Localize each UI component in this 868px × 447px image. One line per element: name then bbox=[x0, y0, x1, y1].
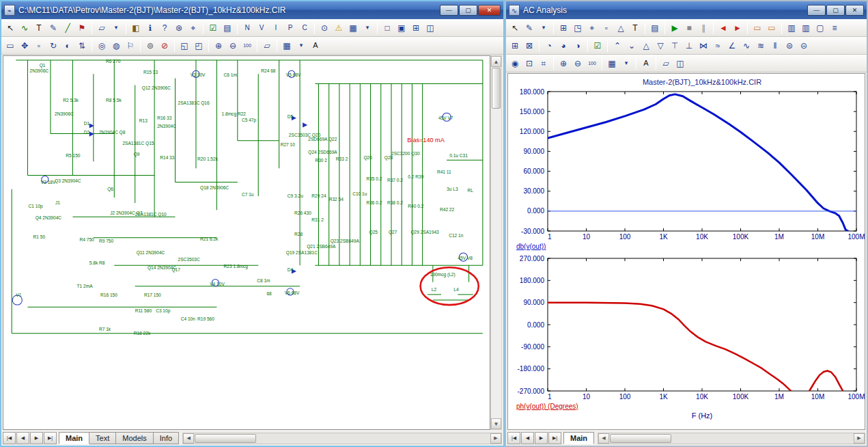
help-mode-icon[interactable]: ? bbox=[158, 21, 171, 35]
scroll-up-icon[interactable]: ▲ bbox=[491, 56, 501, 67]
horizontal-scroll-thumb[interactable] bbox=[610, 434, 671, 443]
scroll-left-icon[interactable]: ◀ bbox=[598, 433, 609, 444]
info-button-icon[interactable]: ⊚ bbox=[143, 39, 157, 53]
bring-front-button-icon[interactable]: ◱ bbox=[178, 39, 191, 53]
currents-toggle-icon[interactable]: I bbox=[269, 21, 283, 35]
mirror-tool-icon[interactable]: ◐ bbox=[61, 39, 74, 53]
ac-analysis-titlebar[interactable]: ∿ AC Analysis — ▢ ✕ bbox=[506, 1, 867, 19]
cursor-mode-icon[interactable]: ⌖ bbox=[585, 21, 599, 35]
border-toggle-icon[interactable]: ⊞ bbox=[409, 21, 423, 35]
copy-view-button-icon[interactable]: ▱ bbox=[260, 39, 274, 53]
tokens-toggle-icon[interactable]: ▭ bbox=[765, 21, 779, 35]
close-button[interactable]: ✕ bbox=[478, 5, 501, 16]
component-dropdown-icon[interactable]: ▾ bbox=[109, 21, 123, 35]
zoom-fit-button-icon[interactable]: ◔ bbox=[542, 39, 556, 53]
top-measure-button-icon[interactable]: ⊤ bbox=[668, 39, 682, 53]
properties-2-button-icon[interactable]: ⊞ bbox=[508, 39, 522, 53]
zoom-out-button-icon[interactable]: ⊖ bbox=[226, 39, 240, 53]
watch-button-icon[interactable]: ◉ bbox=[508, 57, 522, 70]
global-y-button-icon[interactable]: ≈ bbox=[711, 39, 725, 53]
schematic-titlebar[interactable]: ⌁ C:\MC11\DATA\Petrov\Master-2(BJT)\Mast… bbox=[1, 1, 503, 19]
scroll-left-icon[interactable]: ◀ bbox=[183, 433, 194, 444]
copy-page-button-icon[interactable]: ◫ bbox=[673, 57, 687, 70]
pin-connections-toggle-icon[interactable]: ⊙ bbox=[318, 21, 331, 35]
schematic-horizontal-scrollbar[interactable]: ◀ ▶ bbox=[182, 433, 502, 444]
phase-plot[interactable]: 270.000180.00090.0000.000-90.000-180.000… bbox=[509, 253, 865, 421]
minimize-button[interactable]: — bbox=[807, 5, 826, 16]
properties-button-icon[interactable]: ▤ bbox=[648, 21, 662, 35]
same-y-scale-button-icon[interactable]: ⊜ bbox=[783, 39, 796, 53]
scroll-right-icon[interactable]: ▶ bbox=[490, 433, 501, 444]
font-button-icon[interactable]: A bbox=[309, 39, 322, 53]
bottom-measure-button-icon[interactable]: ⊥ bbox=[682, 39, 696, 53]
plus-mark-toggle-icon[interactable]: ▥ bbox=[799, 21, 813, 35]
zoom-in-button-icon[interactable]: ⊕ bbox=[557, 57, 570, 70]
node-voltages-toggle-icon[interactable]: V bbox=[255, 21, 268, 35]
scroll-right-icon[interactable]: ▶ bbox=[854, 433, 865, 444]
find-tool-icon[interactable]: ◎ bbox=[95, 39, 109, 53]
low-point-button-icon[interactable]: ▽ bbox=[654, 39, 667, 53]
gain-plot[interactable]: Master-2(BJT)_10kHz&100kHz.CIR180.000150… bbox=[509, 75, 865, 250]
page-tab-main[interactable]: Main bbox=[59, 432, 89, 444]
region-select-mode-icon[interactable]: ⌖ bbox=[186, 21, 200, 35]
schematic-vertical-scrollbar[interactable]: ▲ ▼ bbox=[490, 55, 502, 430]
list-button-icon[interactable]: ≡ bbox=[828, 21, 841, 35]
vertical-scroll-track[interactable] bbox=[491, 109, 501, 418]
next-valley-button-icon[interactable]: ⌄ bbox=[625, 39, 639, 53]
delete-page-button-icon[interactable]: ▣ bbox=[395, 21, 408, 35]
grid-dropdown-icon[interactable]: ▾ bbox=[361, 21, 374, 35]
last-page-button[interactable]: ▶| bbox=[44, 432, 57, 444]
copy-graph-button-icon[interactable]: ▱ bbox=[659, 57, 673, 70]
panel-toggle-icon[interactable]: ⊞ bbox=[557, 21, 570, 35]
zoom-100-button-icon[interactable]: 100 bbox=[240, 39, 254, 53]
info-mode-icon[interactable]: ℹ bbox=[143, 21, 157, 35]
view-grid-button-icon[interactable]: ▦ bbox=[280, 39, 294, 53]
scale-mode-icon[interactable]: ◳ bbox=[571, 21, 585, 35]
zoom-auto-button-icon[interactable]: ◕ bbox=[557, 39, 570, 53]
powers-toggle-icon[interactable]: P bbox=[283, 21, 297, 35]
page-tab-models[interactable]: Models bbox=[116, 432, 153, 444]
title-block-toggle-icon[interactable]: ◫ bbox=[423, 21, 437, 35]
align-toggle-icon[interactable]: ☑ bbox=[591, 39, 604, 53]
link-mode-icon[interactable]: ⊛ bbox=[172, 21, 186, 35]
schematic-canvas[interactable]: R6 270Q12N3906CR15 33V3 10VC6 1mR24 68V5… bbox=[3, 55, 490, 430]
rotate-tool-icon[interactable]: ↻ bbox=[46, 39, 60, 53]
envelope-button-icon[interactable]: ≋ bbox=[754, 39, 768, 53]
conditions-toggle-icon[interactable]: C bbox=[298, 21, 311, 35]
crosshair-button-icon[interactable]: ⌗ bbox=[537, 57, 550, 70]
first-page-button[interactable]: |◀ bbox=[3, 432, 16, 444]
view-dropdown-icon[interactable]: ▾ bbox=[294, 39, 308, 53]
page-toggle-icon[interactable]: ▢ bbox=[813, 21, 827, 35]
last-page-button[interactable]: ▶| bbox=[548, 432, 561, 444]
warning-display-icon[interactable]: ⚠ bbox=[332, 21, 346, 35]
color-tool-icon[interactable]: ◧ bbox=[129, 21, 143, 35]
measure-mode-icon[interactable]: △ bbox=[614, 21, 628, 35]
scroll-down-icon[interactable]: ▼ bbox=[491, 418, 501, 429]
pause-button-icon[interactable]: ∥ bbox=[697, 21, 710, 35]
stop-button-icon[interactable]: ■ bbox=[682, 21, 696, 35]
grid-toggle-icon[interactable]: ▦ bbox=[346, 21, 360, 35]
next-page-button[interactable]: ▶ bbox=[30, 432, 43, 444]
select-tool-icon[interactable]: ↖ bbox=[3, 21, 17, 35]
zoom-100-button-icon[interactable]: 100 bbox=[585, 57, 599, 70]
inflection-button-icon[interactable]: ∿ bbox=[740, 39, 753, 53]
stop-button-icon[interactable]: ⊘ bbox=[158, 39, 171, 53]
select-tool-icon[interactable]: ↖ bbox=[508, 21, 522, 35]
zoom-mode-icon[interactable]: ▫ bbox=[600, 21, 613, 35]
digital-paths-toggle-icon[interactable]: ☑ bbox=[206, 21, 220, 35]
prev-page-button[interactable]: ◀ bbox=[16, 432, 29, 444]
graphics-dropdown-icon[interactable]: ▾ bbox=[537, 21, 550, 35]
maximize-button[interactable]: ▢ bbox=[826, 5, 845, 16]
node-numbers-toggle-icon[interactable]: N bbox=[240, 21, 254, 35]
goto-flag-button-icon[interactable]: ⚐ bbox=[124, 39, 137, 53]
global-x-button-icon[interactable]: ⋈ bbox=[697, 39, 710, 53]
text-tool-icon[interactable]: T bbox=[628, 21, 642, 35]
scale-lock-button-icon[interactable]: ⊡ bbox=[522, 57, 536, 70]
horizontal-scroll-thumb[interactable] bbox=[195, 434, 256, 443]
diagonal-wire-mode-icon[interactable]: ╱ bbox=[61, 21, 74, 35]
pan-tool-icon[interactable]: ✥ bbox=[18, 39, 31, 53]
first-page-button[interactable]: |◀ bbox=[507, 432, 520, 444]
normalize-button-icon[interactable]: ⊝ bbox=[797, 39, 811, 53]
close-button[interactable]: ✕ bbox=[845, 5, 864, 16]
cursor-left-button-icon[interactable]: ◄ bbox=[716, 21, 730, 35]
